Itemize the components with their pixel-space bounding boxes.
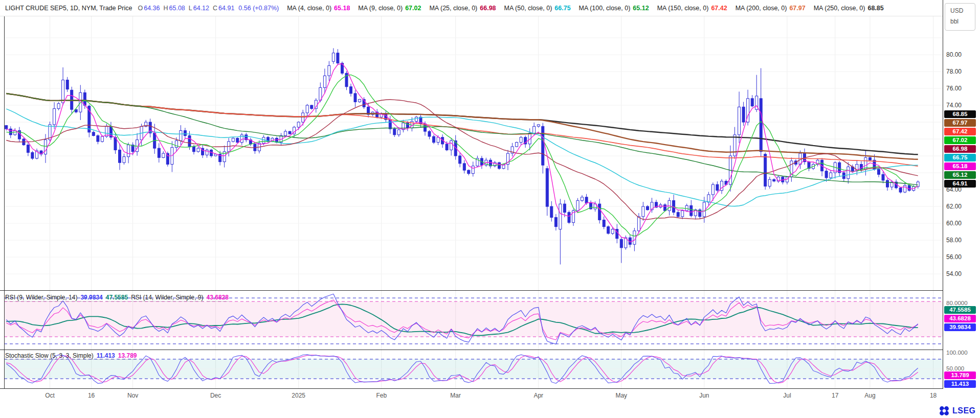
- chart-canvas[interactable]: [0, 0, 980, 418]
- axis-unit-label: USD: [945, 7, 975, 14]
- ma-value-badge: 67.02: [944, 136, 976, 144]
- price-tick-label: 60.00: [946, 220, 962, 227]
- rsi9-value: 39.9834: [80, 294, 102, 301]
- price-axis-column[interactable]: USDbbl 80.0078.0076.0074.0064.0062.0060.…: [943, 0, 980, 418]
- price-tick-label: 78.00: [946, 68, 962, 75]
- time-tick: Feb: [376, 392, 387, 399]
- time-tick: 16: [88, 392, 95, 399]
- price-tick-label: 74.00: [946, 102, 962, 109]
- time-tick: Nov: [127, 392, 138, 399]
- ma-legend-value: 68.85: [867, 5, 883, 12]
- time-tick: Dec: [210, 392, 221, 399]
- price-tick-label: 80.00: [946, 51, 962, 58]
- stoch-value-badge: 11.413: [944, 380, 976, 388]
- time-tick: Aug: [864, 392, 875, 399]
- rsi-value-badge: 39.9834: [944, 323, 976, 331]
- ohlc-key: C: [213, 5, 217, 12]
- price-tick-label: 76.00: [946, 85, 962, 92]
- ma-legend-value: 65.18: [334, 5, 350, 12]
- ohlc-value: 64.91: [218, 5, 234, 12]
- time-tick: May: [615, 392, 627, 399]
- time-tick: 2025: [292, 392, 305, 399]
- time-tick: Oct: [45, 392, 55, 399]
- time-tick: 18: [930, 392, 937, 399]
- ohlc-value: 64.12: [193, 5, 209, 12]
- rsi-signal-value: 47.5585: [106, 294, 128, 301]
- ma-legend-label[interactable]: MA (250, close, 0): [814, 5, 865, 12]
- price-tick-label: 54.00: [946, 270, 962, 277]
- ma-legend-label[interactable]: MA (200, close, 0): [736, 5, 787, 12]
- ohlc-key: L: [189, 5, 192, 12]
- rsi14-title-text: RSI (14, Wilder, Simple, 9): [131, 294, 203, 301]
- ma-value-badge: 66.75: [944, 154, 976, 161]
- stochastic-legend[interactable]: Stochastic Slow (5, 3, 3, Simple)11.4131…: [5, 352, 140, 359]
- price-tick-label: 62.00: [946, 203, 962, 210]
- change-value: 0.56 (+0.87%): [238, 5, 279, 12]
- stoch-title-text: Stochastic Slow (5, 3, 3, Simple): [5, 352, 94, 360]
- ohlc-key: O: [138, 5, 143, 12]
- ma-legend-value: 65.12: [633, 5, 649, 12]
- stoch-d-value: 13.789: [118, 352, 137, 360]
- ma-value-badge: 64.91: [944, 180, 976, 188]
- ohlc-value: 65.08: [169, 5, 185, 12]
- rsi-value-badge: 43.6828: [944, 315, 976, 322]
- lseg-logo-text: LSEG: [952, 406, 976, 415]
- ma-value-badge: 67.42: [944, 128, 976, 135]
- ma-legend-label[interactable]: MA (4, close, 0): [287, 5, 331, 12]
- time-tick: Jul: [783, 392, 791, 399]
- ma-legend-value: 67.02: [405, 5, 421, 12]
- ma-legend-label[interactable]: MA (25, close, 0): [429, 5, 477, 12]
- axis-unit-box: USDbbl: [945, 3, 975, 31]
- ma-legend-value: 67.97: [789, 5, 805, 12]
- ma-legend-label[interactable]: MA (100, close, 0): [579, 5, 631, 12]
- time-tick: Apr: [533, 392, 543, 399]
- ma-legend-label[interactable]: MA (150, close, 0): [657, 5, 709, 12]
- ma-legend-label[interactable]: MA (9, close, 0): [358, 5, 403, 12]
- chart-application: LIGHT CRUDE SEP5, 1D, NYM, Trade PriceO6…: [0, 0, 980, 418]
- time-tick: Mar: [450, 392, 461, 399]
- lseg-logo-icon: [939, 406, 950, 416]
- axis-unit-label: bbl: [945, 18, 975, 25]
- ma-value-badge: 66.98: [944, 145, 976, 153]
- ma-value-badge: 68.85: [944, 110, 976, 118]
- rsi-title-text: RSI (9, Wilder, Simple, 14): [5, 294, 77, 301]
- chart-legend-header: LIGHT CRUDE SEP5, 1D, NYM, Trade PriceO6…: [0, 0, 943, 16]
- stoch-value-badge: 13.789: [944, 371, 976, 379]
- ma-value-badge: 65.18: [944, 162, 976, 170]
- ma-value-badge: 65.12: [944, 171, 976, 179]
- rsi-legend[interactable]: RSI (9, Wilder, Simple, 14)39.983447.558…: [5, 294, 232, 301]
- rsi14-value: 43.6828: [207, 294, 229, 301]
- rsi-axis-label: 80.0000: [946, 300, 968, 306]
- price-tick-label: 58.00: [946, 237, 962, 244]
- instrument-title[interactable]: LIGHT CRUDE SEP5, 1D, NYM, Trade Price: [5, 5, 132, 12]
- ma-legend-value: 66.98: [480, 5, 496, 12]
- price-tick-label: 56.00: [946, 253, 962, 261]
- rsi-value-badge: 47.5585: [944, 306, 976, 314]
- time-tick: 17: [832, 392, 838, 399]
- ma-value-badge: 67.97: [944, 119, 976, 127]
- ma-legend-label[interactable]: MA (50, close, 0): [504, 5, 552, 12]
- ohlc-key: H: [163, 5, 168, 12]
- stoch-axis-label: 100.000: [946, 350, 968, 356]
- time-tick: Jun: [699, 392, 709, 399]
- ma-legend-value: 67.42: [711, 5, 727, 12]
- stoch-axis-label: 50.000: [946, 365, 964, 371]
- ohlc-value: 64.36: [144, 5, 160, 12]
- stoch-k-value: 11.413: [97, 352, 115, 360]
- lseg-logo: LSEG: [939, 406, 976, 416]
- ma-legend-value: 66.75: [554, 5, 570, 12]
